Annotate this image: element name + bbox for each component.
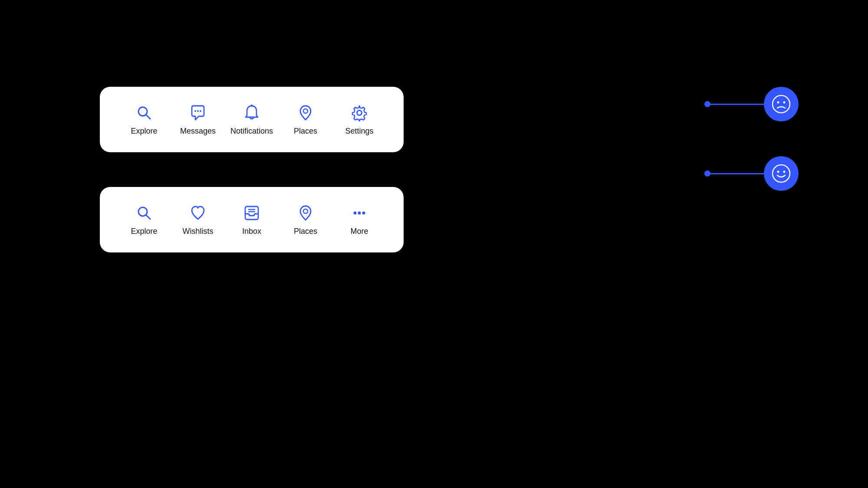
nav-item-places-top[interactable]: Places — [279, 99, 332, 140]
nav-item-explore-bottom[interactable]: Explore — [117, 199, 171, 240]
nav-item-explore-top[interactable]: Explore — [117, 99, 171, 140]
nav-item-notifications-label: Notifications — [230, 127, 273, 136]
svg-point-7 — [357, 111, 362, 115]
svg-point-13 — [303, 209, 308, 213]
nav-item-places-bottom[interactable]: Places — [279, 199, 332, 240]
navbar-bottom: Explore Wishlists Inbox — [100, 187, 404, 252]
svg-point-6 — [303, 109, 308, 113]
messages-icon — [188, 103, 207, 122]
rating-good-dot — [704, 170, 710, 177]
svg-point-2 — [194, 110, 196, 112]
svg-point-14 — [354, 212, 357, 215]
settings-icon — [350, 103, 369, 122]
rating-good — [704, 156, 799, 191]
svg-rect-10 — [245, 206, 258, 219]
svg-point-15 — [358, 212, 361, 215]
rating-bad-line — [707, 104, 764, 105]
svg-point-4 — [200, 110, 201, 112]
svg-point-22 — [783, 171, 786, 173]
nav-item-inbox[interactable]: Inbox — [225, 199, 279, 240]
nav-item-wishlists-label: Wishlists — [183, 227, 214, 236]
nav-item-notifications[interactable]: Notifications — [225, 99, 279, 140]
nav-item-more-label: More — [350, 227, 368, 236]
search-icon — [135, 103, 154, 122]
ratings-container — [704, 87, 799, 191]
nav-item-messages[interactable]: Messages — [171, 99, 225, 140]
navbar-top: Explore Messages Notifica — [100, 87, 404, 152]
search-icon-bottom — [135, 203, 154, 223]
nav-item-more[interactable]: More — [332, 199, 386, 240]
svg-point-3 — [197, 110, 199, 112]
more-icon — [350, 203, 369, 223]
main-content: Explore Messages Notifica — [100, 87, 404, 252]
wishlists-icon — [188, 203, 207, 223]
rating-bad-circle[interactable] — [764, 87, 799, 121]
svg-point-21 — [777, 171, 779, 173]
nav-item-explore-top-label: Explore — [131, 127, 157, 136]
nav-item-messages-label: Messages — [180, 127, 216, 136]
nav-item-settings[interactable]: Settings — [332, 99, 386, 140]
svg-point-18 — [777, 102, 779, 104]
nav-item-explore-bottom-label: Explore — [131, 227, 157, 236]
nav-item-places-bottom-label: Places — [294, 227, 317, 236]
svg-line-9 — [146, 215, 150, 219]
svg-point-16 — [362, 212, 365, 215]
inbox-icon — [242, 203, 261, 223]
notifications-icon — [242, 103, 261, 122]
svg-point-19 — [783, 102, 786, 104]
svg-line-1 — [146, 115, 150, 119]
rating-good-circle[interactable] — [764, 156, 799, 191]
nav-item-wishlists[interactable]: Wishlists — [171, 199, 225, 240]
rating-bad — [704, 87, 799, 121]
nav-item-places-top-label: Places — [294, 127, 317, 136]
nav-item-settings-label: Settings — [345, 127, 373, 136]
places-icon-bottom — [296, 203, 315, 223]
rating-good-line — [707, 173, 764, 174]
nav-item-inbox-label: Inbox — [242, 227, 261, 236]
rating-bad-dot — [704, 101, 710, 107]
places-icon-top — [296, 103, 315, 122]
svg-point-17 — [773, 95, 790, 113]
svg-point-20 — [773, 165, 790, 182]
